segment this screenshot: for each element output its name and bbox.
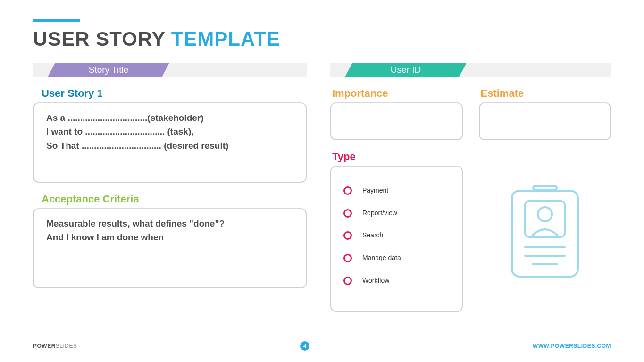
acceptance-box[interactable]: Measurable results, what defines "done"?… [33,208,307,288]
user-id-label: User ID [391,65,421,75]
acceptance-heading: Acceptance Criteria [33,193,307,205]
importance-label: Importance [330,87,463,100]
radio-icon [343,231,352,240]
story-title-label: Story Title [89,65,128,75]
radio-icon [343,277,352,285]
title-main: USER STORY [33,28,165,50]
title-accent-bar [33,19,80,22]
radio-icon [343,186,352,195]
svg-point-3 [538,207,552,221]
type-row: Type Payment Report/view Search Manage d… [330,140,611,312]
story-line-1: As a ................................(st… [46,111,293,125]
footer-brand: POWERSLIDES [33,343,77,349]
footer-site: WWW.POWERSLIDES.COM [533,343,611,349]
page-number: 4 [303,343,307,349]
type-box: Payment Report/view Search Manage data W… [330,166,463,312]
footer-divider-right [316,346,526,346]
user-id-ribbon: User ID [354,63,458,77]
footer-divider-left [84,346,294,346]
story-line-3: So That ................................… [46,139,293,152]
type-option-label: Report/view [362,208,397,219]
user-story-heading: User Story 1 [33,87,307,100]
estimate-col: Estimate [479,77,611,140]
type-option-manage[interactable]: Manage data [343,253,450,263]
svg-rect-1 [533,186,557,190]
id-card-icon [507,182,583,283]
importance-col: Importance [330,77,463,140]
type-list: Payment Report/view Search Manage data W… [341,173,452,302]
importance-box[interactable] [330,102,463,140]
type-option-report[interactable]: Report/view [343,208,450,219]
left-column: Story Title User Story 1 As a ..........… [33,63,307,312]
user-id-bar: User ID [330,63,611,77]
type-option-label: Manage data [362,253,401,263]
story-line-2: I want to ..............................… [46,125,293,138]
type-label: Type [330,151,463,163]
type-option-label: Payment [362,185,388,196]
right-column: User ID Importance Estimate Type [330,63,611,312]
radio-icon [343,209,352,218]
slide: USER STORY TEMPLATE Story Title User Sto… [0,0,644,362]
id-card-illustration [479,140,611,312]
acceptance-line-1: Measurable results, what defines "done"? [46,217,293,230]
page-number-badge: 4 [300,341,309,351]
body: Story Title User Story 1 As a ..........… [33,63,611,312]
acceptance-line-2: And I know I am done when [46,230,293,244]
story-title-bar: Story Title [33,63,307,77]
story-title-ribbon: Story Title [57,63,160,77]
type-option-payment[interactable]: Payment [343,185,450,196]
type-option-label: Workflow [362,276,389,286]
type-option-workflow[interactable]: Workflow [343,276,450,286]
importance-estimate-row: Importance Estimate [330,77,611,140]
type-option-label: Search [362,230,383,241]
footer: POWERSLIDES 4 WWW.POWERSLIDES.COM [33,341,611,351]
user-story-box[interactable]: As a ................................(st… [33,102,307,183]
page-title: USER STORY TEMPLATE [33,28,611,51]
brand-bold: POWER [33,343,56,349]
estimate-box[interactable] [479,102,611,140]
type-col: Type Payment Report/view Search Manage d… [330,140,463,312]
title-accent: TEMPLATE [171,28,280,50]
radio-icon [343,254,352,262]
type-option-search[interactable]: Search [343,230,450,241]
estimate-label: Estimate [479,87,611,100]
brand-light: SLIDES [56,343,77,349]
